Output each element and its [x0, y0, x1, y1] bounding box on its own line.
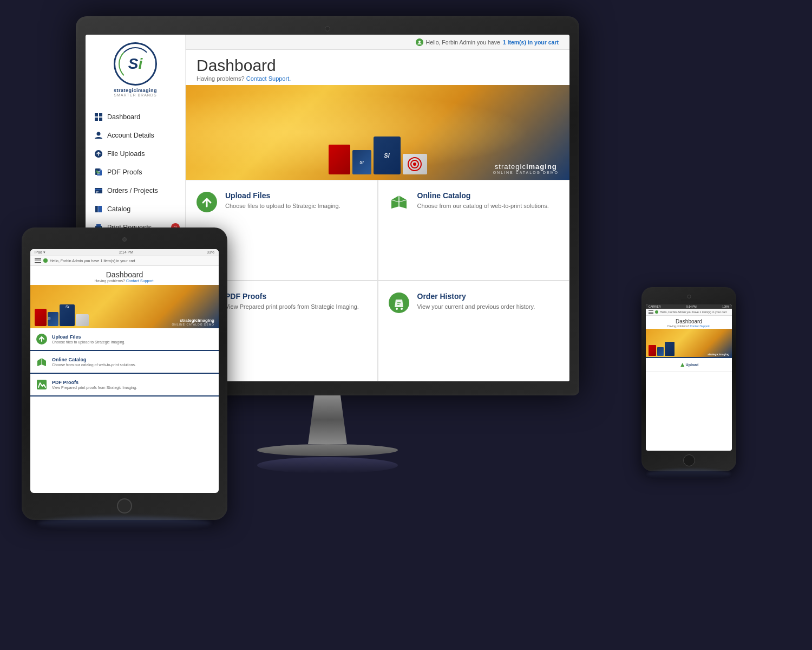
card-orders-title: Order History: [417, 292, 535, 301]
catalog-icon: [94, 205, 103, 213]
phone-device: CARRIER 5:14 PM 100% Hello, Forbin Admin…: [641, 287, 736, 471]
svg-rect-3: [99, 118, 102, 121]
cart-link[interactable]: 1 Item(s) in your cart: [503, 39, 559, 46]
header-area: Dashboard Having problems? Contact Suppo…: [186, 50, 569, 85]
hero-products: Si Si: [329, 136, 427, 174]
phone-support: Having problems? Contact Support.: [649, 324, 729, 328]
svg-point-17: [413, 162, 416, 166]
phone-cards: ▲ Upload: [646, 358, 732, 372]
svg-point-23: [401, 308, 403, 310]
tablet-card-pdf-title: PDF Proofs: [52, 380, 137, 385]
phone-header: Dashboard Having problems? Contact Suppo…: [646, 316, 732, 329]
hero-brand-sub: ONLINE CATALOG DEMO: [493, 171, 559, 174]
tablet-pdf-icon: [36, 379, 48, 391]
hamburger-line-1: [35, 258, 41, 259]
logo-tagline: SMARTER BRANDS: [114, 93, 157, 97]
product-si-large: Si: [374, 136, 401, 174]
sidebar-label-account: Account Details: [107, 132, 154, 139]
phone-topbar-text: Hello, Forbin Admin you have 1 item(s) i…: [660, 310, 727, 314]
sidebar-item-proofs[interactable]: PDF Proofs: [86, 163, 185, 181]
upload-icon: [94, 150, 103, 158]
tablet-catalog-icon: [36, 356, 48, 368]
phone-hamburger-2: [649, 312, 653, 313]
tablet-statusbar: iPad ▾ 2:14 PM 33%: [30, 249, 219, 256]
order-card-icon: [388, 292, 410, 314]
phone-products: [649, 342, 675, 356]
tablet-hamburger-menu[interactable]: [35, 258, 41, 263]
tablet-topbar: Hello, Forbin Admin you have 1 Item(s) i…: [30, 256, 219, 266]
sidebar-item-account[interactable]: Account Details: [86, 126, 185, 145]
sidebar-label-proofs: PDF Proofs: [107, 168, 142, 176]
phone-upload-label: Upload: [686, 363, 699, 367]
tablet-card-pdf[interactable]: PDF Proofs View Prepared print proofs fr…: [30, 374, 219, 396]
svg-rect-8: [95, 189, 102, 190]
tablet-card-upload-desc: Choose files to upload to Strategic Imag…: [52, 340, 125, 344]
card-orders[interactable]: Order History View your current and prev…: [378, 281, 570, 381]
tablet-support-text: Having problems?: [95, 279, 125, 283]
tablet-battery: 33%: [207, 250, 214, 255]
product-comic: [329, 145, 350, 174]
monitor-stand-base: [257, 444, 398, 456]
sidebar-item-orders[interactable]: Orders / Projects: [86, 181, 185, 200]
hero-brand-text: strategicimaging: [493, 162, 559, 171]
dashboard-grid: Upload Files Choose files to upload to S…: [186, 180, 569, 381]
product-target: [403, 154, 427, 174]
card-upload-desc: Choose files to upload to Strategic Imag…: [225, 202, 340, 210]
phone-product-b: [657, 347, 664, 356]
phone-product-a: [649, 345, 656, 356]
tablet-title: Dashboard: [36, 270, 213, 279]
tablet-hero-brand: strategicimaging ONLINE CATALOG DEMO: [172, 318, 214, 326]
tablet-cards: Upload Files Choose files to upload to S…: [30, 328, 219, 396]
tablet-hero: Si Si strategicimaging ONLINE CATALOG DE…: [30, 285, 219, 328]
phone-home-button[interactable]: [683, 454, 695, 466]
card-pdf-desc: View Prepared print proofs from Strategi…: [225, 303, 359, 311]
tablet-device: iPad ▾ 2:14 PM 33% Hello, Forbin Admin y…: [22, 227, 227, 520]
dashboard-icon: [94, 113, 103, 121]
tablet-device-label: iPad ▾: [35, 250, 45, 255]
card-pdf-text: PDF Proofs View Prepared print proofs fr…: [225, 292, 359, 311]
tablet-camera: [122, 237, 127, 242]
card-orders-desc: View your current and previous order his…: [417, 303, 535, 311]
tablet-card-catalog-title: Online Catalog: [52, 357, 136, 362]
monitor-stand-neck: [295, 395, 360, 444]
phone-support-link[interactable]: Contact Support.: [690, 324, 711, 328]
phone-hamburger[interactable]: [649, 310, 653, 314]
tablet-reflection: [38, 517, 211, 530]
card-catalog[interactable]: Online Catalog Choose from our catalog o…: [378, 180, 570, 281]
phone-product-c: [665, 342, 675, 356]
phone-time: 5:14 PM: [686, 305, 697, 308]
tablet-hero-products: Si Si: [35, 304, 89, 326]
phone-topbar: Hello, Forbin Admin you have 1 item(s) i…: [646, 309, 732, 316]
tablet-card-catalog-desc: Choose from our catalog of web-to-print …: [52, 363, 136, 367]
tablet-card-pdf-text: PDF Proofs View Prepared print proofs fr…: [52, 380, 137, 389]
support-link[interactable]: Contact Support.: [246, 75, 291, 82]
sidebar-item-uploads[interactable]: File Uploads: [86, 145, 185, 163]
hero-banner: Si Si strategicimaging ONLINE CA: [186, 85, 569, 180]
sidebar-item-catalog[interactable]: Catalog: [86, 200, 185, 218]
catalog-card-icon: [388, 191, 410, 213]
phone-title: Dashboard: [649, 318, 729, 324]
tablet-product-a: [35, 309, 47, 326]
monitor-camera: [325, 26, 330, 31]
tablet-upload-icon: [36, 333, 48, 345]
hero-brand-strategic: strategic: [495, 162, 526, 171]
tablet-home-button[interactable]: [117, 498, 132, 514]
card-catalog-desc: Choose from our catalog of web-to-print …: [417, 202, 549, 210]
sidebar-item-dashboard[interactable]: Dashboard: [86, 108, 185, 126]
phone-camera: [687, 295, 691, 298]
tablet-product-b: Si: [48, 312, 58, 326]
tablet-support-link[interactable]: Contact Support.: [126, 279, 155, 283]
card-upload-title: Upload Files: [225, 191, 340, 200]
phone-card-upload[interactable]: ▲ Upload: [646, 358, 732, 372]
svg-rect-10: [96, 224, 101, 226]
tablet-card-catalog[interactable]: Online Catalog Choose from our catalog o…: [30, 351, 219, 374]
card-catalog-text: Online Catalog Choose from our catalog o…: [417, 191, 549, 210]
phone-carrier: CARRIER: [649, 305, 661, 308]
tablet-bezel: iPad ▾ 2:14 PM 33% Hello, Forbin Admin y…: [22, 227, 227, 520]
svg-rect-1: [99, 113, 102, 116]
logo-arc-decoration: [119, 47, 152, 81]
tablet-card-upload[interactable]: Upload Files Choose files to upload to S…: [30, 328, 219, 351]
sidebar-label-uploads: File Uploads: [107, 150, 145, 158]
phone-support-text: Having problems?: [667, 324, 689, 328]
sidebar-label-catalog: Catalog: [107, 205, 130, 213]
